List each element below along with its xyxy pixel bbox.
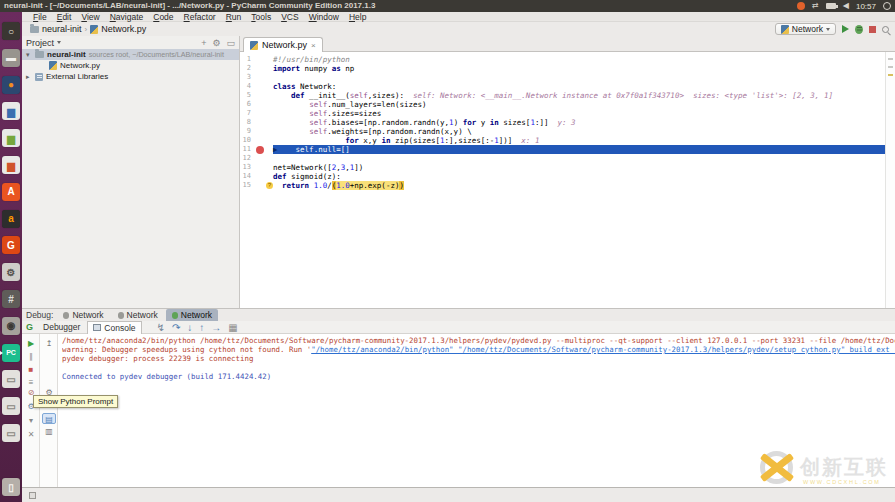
launcher-icon-files[interactable]: ▬: [2, 49, 20, 67]
launcher-icon-screenshot[interactable]: ◉: [2, 317, 20, 335]
locate-icon[interactable]: +: [201, 38, 206, 48]
show-execution-point-icon[interactable]: ↯: [157, 321, 165, 334]
project-header-label[interactable]: Project: [26, 38, 54, 48]
indicator-app-icon[interactable]: [797, 2, 805, 10]
tree-chevron-icon[interactable]: ▾: [26, 51, 32, 59]
grep-console-icon[interactable]: G: [26, 322, 33, 332]
pause-icon[interactable]: ∥: [24, 351, 38, 362]
menu-run[interactable]: Run: [221, 12, 247, 22]
line-number[interactable]: 3: [240, 73, 254, 82]
launcher-icon-drive-1[interactable]: ▭: [2, 370, 20, 388]
run-to-cursor-icon[interactable]: →: [211, 321, 221, 334]
launcher-icon-libreoffice-writer[interactable]: ▆: [2, 102, 20, 120]
inspection-bulb-icon[interactable]: ?: [266, 182, 273, 189]
keyboard-indicator-icon[interactable]: ⇄: [812, 0, 819, 12]
menu-tools[interactable]: Tools: [246, 12, 276, 22]
gutter[interactable]: [254, 118, 273, 127]
debug-button[interactable]: [855, 25, 863, 34]
tab-console[interactable]: Console: [87, 321, 141, 334]
gutter[interactable]: [254, 136, 273, 145]
gutter[interactable]: [254, 109, 273, 118]
gutter[interactable]: [254, 163, 273, 172]
menu-file[interactable]: File: [28, 12, 52, 22]
menu-refactor[interactable]: Refactor: [179, 12, 221, 22]
close-icon[interactable]: ×: [311, 41, 316, 50]
gutter[interactable]: [254, 172, 273, 181]
line-number[interactable]: 1: [240, 55, 254, 64]
menu-navigate[interactable]: Navigate: [105, 12, 149, 22]
line-number[interactable]: 5: [240, 91, 254, 100]
collapse-icon[interactable]: ▭: [226, 38, 235, 48]
menu-vcs[interactable]: VCS: [276, 12, 303, 22]
launcher-icon-drive-2[interactable]: ▭: [2, 397, 20, 415]
tree-item-external-libraries[interactable]: ▸External Libraries: [22, 71, 239, 82]
launcher-icon-libreoffice-calc[interactable]: ▆: [2, 129, 20, 147]
step-out-icon[interactable]: ↑: [199, 321, 204, 334]
line-number[interactable]: 10: [240, 136, 254, 145]
breadcrumb-item[interactable]: neural-init: [30, 24, 82, 34]
tree-item-network-py[interactable]: Network.py: [22, 60, 239, 71]
menu-help[interactable]: Help: [344, 12, 371, 22]
toolwindow-toggle-icon[interactable]: [29, 492, 36, 499]
line-number[interactable]: 11: [240, 145, 254, 154]
launcher-icon-firefox[interactable]: ●: [2, 76, 20, 94]
debug-tab-3[interactable]: Network: [166, 309, 218, 321]
settings-icon[interactable]: ⚙: [212, 38, 220, 48]
menu-view[interactable]: View: [76, 12, 104, 22]
debug-tab-1[interactable]: Network: [57, 309, 109, 321]
line-number[interactable]: 9: [240, 127, 254, 136]
error-stripe[interactable]: [885, 52, 895, 308]
line-number[interactable]: 8: [240, 118, 254, 127]
stop-button[interactable]: [869, 26, 876, 33]
tab-debugger[interactable]: Debugger: [38, 321, 85, 334]
menu-edit[interactable]: Edit: [52, 12, 77, 22]
run-configuration-dropdown[interactable]: Network: [775, 23, 836, 35]
scroll-to-end-icon[interactable]: ▥: [42, 426, 56, 437]
line-number[interactable]: 12: [240, 154, 254, 163]
power-icon[interactable]: [883, 2, 891, 10]
up-stack-icon[interactable]: ↥: [42, 338, 56, 349]
launcher-icon-libreoffice-impress[interactable]: ▆: [2, 156, 20, 174]
launcher-icon-pycharm[interactable]: PC: [2, 344, 20, 362]
line-number[interactable]: 6: [240, 100, 254, 109]
line-number[interactable]: 4: [240, 82, 254, 91]
run-button[interactable]: [842, 25, 849, 33]
code-editor[interactable]: 1#!/usr/bin/python2import numpy as np34c…: [240, 52, 895, 308]
gutter[interactable]: [254, 64, 273, 73]
tree-chevron-icon[interactable]: ▸: [26, 73, 32, 81]
line-number[interactable]: 14: [240, 172, 254, 181]
breakpoint-icon[interactable]: [256, 146, 264, 154]
gutter[interactable]: [254, 127, 273, 136]
gutter[interactable]: [254, 100, 273, 109]
launcher-icon-calculator[interactable]: #: [2, 290, 20, 308]
line-number[interactable]: 7: [240, 109, 254, 118]
launcher-icon-dash[interactable]: ○: [2, 22, 20, 40]
gutter[interactable]: [254, 55, 273, 64]
line-number[interactable]: 13: [240, 163, 254, 172]
step-over-icon[interactable]: ↷: [172, 321, 180, 334]
line-number[interactable]: 2: [240, 64, 254, 73]
line-number[interactable]: 15: [240, 181, 254, 190]
launcher-icon-amazon[interactable]: a: [2, 210, 20, 228]
battery-icon[interactable]: [826, 3, 836, 9]
launcher-icon-ubuntu-software[interactable]: A: [2, 183, 20, 201]
console-link[interactable]: "/home/ttz/anaconda2/bin/python" "/home/…: [311, 345, 895, 354]
close-icon[interactable]: ✕: [24, 429, 38, 440]
gutter[interactable]: [254, 145, 273, 154]
pin-icon[interactable]: ▾: [24, 415, 38, 426]
gutter[interactable]: [254, 154, 273, 163]
breadcrumb-item[interactable]: Network.py: [90, 24, 146, 34]
show-python-prompt-icon[interactable]: ▤: [42, 413, 56, 424]
evaluate-expression-icon[interactable]: ▦: [228, 321, 237, 334]
rerun-icon[interactable]: ▶: [24, 338, 38, 349]
editor-tab[interactable]: Network.py ×: [243, 37, 323, 52]
gutter[interactable]: [254, 91, 273, 100]
menu-window[interactable]: Window: [304, 12, 344, 22]
launcher-icon-trash[interactable]: ▯: [2, 478, 20, 496]
search-everywhere-button[interactable]: [882, 26, 889, 33]
volume-icon[interactable]: ◀: [843, 0, 849, 12]
gutter[interactable]: ?: [254, 181, 273, 190]
step-into-icon[interactable]: ↓: [187, 321, 192, 334]
launcher-icon-system-settings[interactable]: ⚙: [2, 263, 20, 281]
gutter[interactable]: [254, 73, 273, 82]
